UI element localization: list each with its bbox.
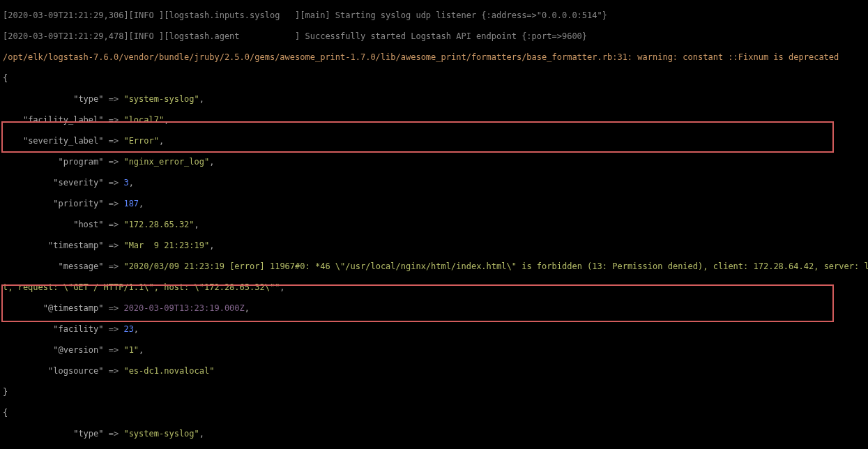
terminal-output: [2020-03-09T21:21:29,306][INFO ][logstas… <box>0 0 868 449</box>
kv-logsource: "logsource" => "es-dc1.novalocal" <box>3 366 865 376</box>
kv-version: "@version" => "1", <box>3 345 865 356</box>
kv-severity: "severity" => 3, <box>3 178 865 188</box>
kv-priority: "priority" => 187, <box>3 199 865 209</box>
log-line: [2020-03-09T21:21:29,478][INFO ][logstas… <box>3 31 865 42</box>
kv-at-timestamp: "@timestamp" => 2020-03-09T13:23:19.000Z… <box>3 303 865 314</box>
kv-type: "type" => "system-syslog", <box>3 429 865 439</box>
log-line: [2020-03-09T21:21:29,306][INFO ][logstas… <box>3 10 865 21</box>
kv-facility-label: "facility_label" => "local7", <box>3 115 865 125</box>
kv-severity-label: "severity_label" => "Error", <box>3 136 865 146</box>
kv-facility: "facility" => 23, <box>3 324 865 335</box>
kv-message: "message" => "2020/03/09 21:23:19 [error… <box>3 261 865 272</box>
kv-host: "host" => "172.28.65.32", <box>3 220 865 230</box>
log-warning: /opt/elk/logstash-7.6.0/vendor/bundle/jr… <box>3 52 865 63</box>
kv-message-cont: t, request: \"GET / HTTP/1.1\", host: \"… <box>3 282 865 293</box>
kv-timestamp: "timestamp" => "Mar 9 21:23:19", <box>3 241 865 251</box>
json-open: { <box>3 73 865 84</box>
json-close: } <box>3 387 865 397</box>
kv-program: "program" => "nginx_error_log", <box>3 157 865 167</box>
json-open: { <box>3 408 865 418</box>
kv-type: "type" => "system-syslog", <box>3 94 865 105</box>
